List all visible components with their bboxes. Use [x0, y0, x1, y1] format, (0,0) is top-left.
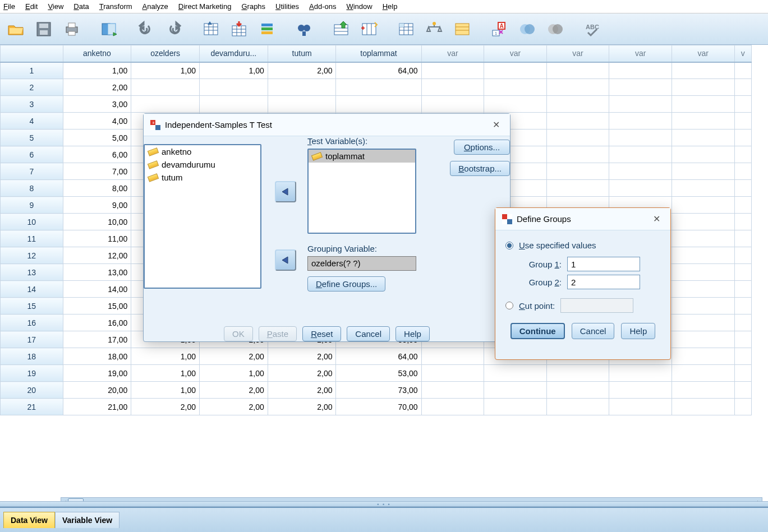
row-header[interactable]: 16 [1, 314, 63, 331]
data-cell[interactable]: 1,00 [200, 365, 268, 382]
select-cases-icon[interactable] [451, 18, 473, 40]
row-header[interactable]: 15 [1, 298, 63, 314]
data-cell[interactable]: 64,00 [336, 62, 421, 79]
data-cell[interactable] [484, 382, 547, 399]
data-cell[interactable] [484, 365, 547, 382]
data-cell[interactable]: 1,00 [131, 62, 200, 79]
data-cell[interactable] [672, 264, 734, 281]
data-cell[interactable] [609, 399, 672, 415]
row-header[interactable]: 17 [1, 331, 63, 348]
goto-var-icon[interactable] [228, 18, 250, 40]
find-icon[interactable] [293, 18, 315, 40]
data-cell[interactable] [672, 79, 734, 96]
goto-case-icon[interactable] [200, 18, 222, 40]
data-cell[interactable]: 2,00 [268, 399, 336, 415]
row-header[interactable]: 14 [1, 281, 63, 298]
data-cell[interactable] [734, 113, 752, 129]
row-header[interactable]: 5 [1, 129, 63, 146]
data-cell[interactable] [421, 62, 484, 79]
variable-item[interactable]: anketno [145, 145, 260, 158]
data-cell[interactable]: 6,00 [63, 146, 131, 163]
menu-transform[interactable]: Transform [99, 2, 132, 11]
data-cell[interactable] [421, 365, 484, 382]
data-cell[interactable] [484, 62, 547, 79]
tab-data-view[interactable]: Data View [3, 512, 55, 528]
define-titlebar[interactable]: Define Groups ✕ [495, 208, 670, 230]
data-cell[interactable] [672, 163, 734, 180]
data-cell[interactable]: 11,00 [63, 230, 131, 247]
data-cell[interactable] [672, 348, 734, 365]
data-cell[interactable] [672, 180, 734, 197]
undo-icon[interactable] [135, 18, 157, 40]
row-header[interactable]: 10 [1, 214, 63, 230]
menu-edit[interactable]: Edit [25, 2, 38, 11]
use-specified-radio[interactable] [505, 242, 513, 249]
data-cell[interactable] [734, 399, 752, 415]
column-header[interactable]: v [734, 45, 752, 62]
data-cell[interactable] [200, 79, 268, 96]
data-cell[interactable] [546, 382, 609, 399]
group2-input[interactable] [567, 275, 640, 289]
data-cell[interactable]: 15,00 [63, 298, 131, 314]
menu-file[interactable]: File [3, 2, 15, 11]
help-button[interactable]: Help [396, 326, 430, 341]
data-cell[interactable] [672, 382, 734, 399]
move-to-grouping-button[interactable] [275, 249, 296, 271]
recall-dialog-icon[interactable] [98, 18, 120, 40]
data-cell[interactable]: 1,00 [131, 348, 200, 365]
data-cell[interactable] [546, 146, 609, 163]
data-cell[interactable] [672, 314, 734, 331]
data-cell[interactable] [734, 180, 752, 197]
data-cell[interactable]: 7,00 [63, 163, 131, 180]
save-icon[interactable] [33, 18, 55, 40]
variables-icon[interactable] [256, 18, 278, 40]
row-header[interactable]: 9 [1, 197, 63, 214]
data-cell[interactable] [268, 96, 336, 113]
data-cell[interactable] [609, 382, 672, 399]
data-cell[interactable] [609, 365, 672, 382]
column-header[interactable]: var [609, 45, 672, 62]
source-variables-list[interactable]: anketnodevamdurumututum [144, 144, 261, 289]
data-cell[interactable] [546, 163, 609, 180]
data-cell[interactable] [484, 96, 547, 113]
data-cell[interactable]: 2,00 [268, 382, 336, 399]
open-icon[interactable] [4, 18, 27, 40]
spell-icon[interactable]: ABC [581, 18, 604, 40]
data-cell[interactable] [200, 96, 268, 113]
insert-case-icon[interactable] [330, 18, 352, 40]
data-cell[interactable]: 64,00 [336, 348, 421, 365]
row-header[interactable]: 3 [1, 96, 63, 113]
data-cell[interactable] [609, 146, 672, 163]
grouping-variable-field[interactable]: ozelders(? ?) [307, 256, 416, 271]
data-cell[interactable] [734, 382, 752, 399]
data-cell[interactable] [546, 399, 609, 415]
data-cell[interactable] [734, 163, 752, 180]
weight-icon[interactable] [423, 18, 445, 40]
split-file-icon[interactable] [395, 18, 417, 40]
data-cell[interactable] [734, 197, 752, 214]
ttest-titlebar[interactable]: Independent-Samples T Test ✕ [144, 114, 510, 136]
data-cell[interactable]: 12,00 [63, 247, 131, 264]
data-cell[interactable] [734, 230, 752, 247]
data-cell[interactable]: 17,00 [63, 331, 131, 348]
data-cell[interactable] [734, 146, 752, 163]
data-cell[interactable]: 2,00 [200, 348, 268, 365]
data-cell[interactable]: 8,00 [63, 180, 131, 197]
data-cell[interactable] [609, 96, 672, 113]
menu-help[interactable]: Help [383, 2, 398, 11]
data-cell[interactable] [421, 399, 484, 415]
data-cell[interactable]: 1,00 [63, 62, 131, 79]
tab-variable-view[interactable]: Variable View [55, 512, 119, 528]
data-cell[interactable] [672, 230, 734, 247]
data-cell[interactable]: 1,00 [131, 365, 200, 382]
data-cell[interactable]: 20,00 [63, 382, 131, 399]
data-cell[interactable] [609, 79, 672, 96]
cancel-button[interactable]: Cancel [347, 326, 390, 341]
data-cell[interactable]: 9,00 [63, 197, 131, 214]
data-cell[interactable]: 1,00 [200, 62, 268, 79]
data-cell[interactable]: 13,00 [63, 264, 131, 281]
data-cell[interactable] [672, 247, 734, 264]
data-cell[interactable] [546, 79, 609, 96]
column-header[interactable]: anketno [63, 45, 131, 62]
insert-var-icon[interactable] [358, 18, 380, 40]
